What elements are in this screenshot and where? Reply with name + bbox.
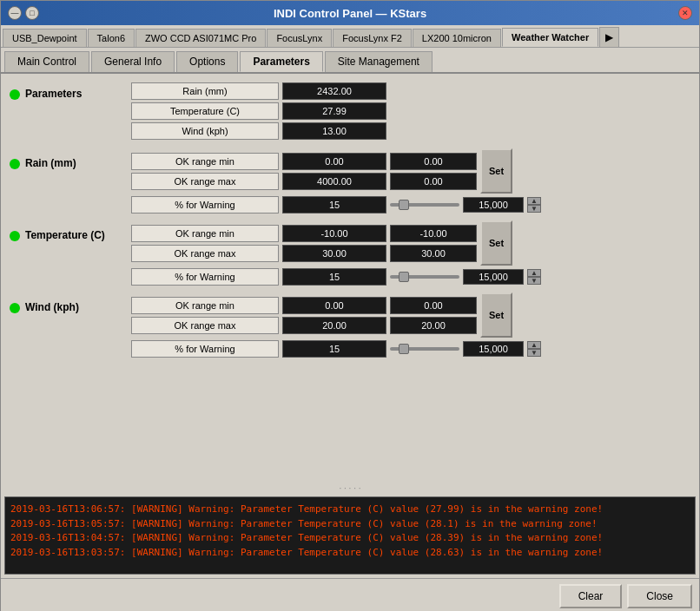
group-temperature: Temperature (C) OK range min -10.00 -10.… xyxy=(10,220,690,286)
temp-spinner-up[interactable]: ▲ xyxy=(527,269,541,277)
label-wind-ok-max: OK range max xyxy=(131,317,279,334)
tab-parameters[interactable]: Parameters xyxy=(240,51,322,72)
wind-spinner-input[interactable]: 15,000 xyxy=(463,341,524,357)
temp-ok-min-val2: -10.00 xyxy=(390,225,477,242)
group-label-parameters: Parameters xyxy=(25,88,82,100)
rain-ok-range-max-row: OK range max 4000.00 0.00 xyxy=(131,173,477,190)
rain-slider-container xyxy=(390,203,459,207)
label-rain-ok-max: OK range max xyxy=(131,173,279,190)
main-content: Parameters Rain (mm) 2432.00 Temperature… xyxy=(1,74,699,482)
param-row-wind: Wind (kph) 13.00 xyxy=(131,122,690,140)
tab-options[interactable]: Options xyxy=(176,51,238,72)
rain-slider-thumb[interactable] xyxy=(399,200,409,210)
temp-slider-thumb[interactable] xyxy=(399,272,409,282)
rain-spinner-arrows: ▲ ▼ xyxy=(527,197,541,213)
rain-ok-min-val2: 0.00 xyxy=(390,153,477,170)
group-rows-rain: OK range min 0.00 0.00 OK range max 4000… xyxy=(131,148,541,214)
log-line-1: 2019-03-16T13:06:57: [WARNING] Warning: … xyxy=(10,503,690,517)
rain-warning-row: % for Warning 15 15,000 ▲ ▼ xyxy=(131,196,541,214)
rain-warning-val: 15 xyxy=(282,196,386,214)
temp-spinner-arrows: ▲ ▼ xyxy=(527,269,541,285)
device-tab-zwo[interactable]: ZWO CCD ASI071MC Pro xyxy=(135,29,266,47)
rain-ok-max-val1: 4000.00 xyxy=(282,173,386,190)
temp-slider[interactable] xyxy=(390,275,459,279)
temp-ok-max-val2: 30.00 xyxy=(390,245,477,262)
temperature-set-button[interactable]: Set xyxy=(480,220,512,266)
close-button[interactable]: Close xyxy=(627,584,692,608)
rain-spinner-input[interactable]: 15,000 xyxy=(463,197,524,213)
rain-spinner-up[interactable]: ▲ xyxy=(527,197,541,205)
label-temperature: Temperature (C) xyxy=(131,102,279,120)
tab-general-info[interactable]: General Info xyxy=(91,51,175,72)
scroll-tabs-button[interactable]: ▶ xyxy=(599,27,619,47)
label-rain-mm: Rain (mm) xyxy=(131,82,279,100)
label-rain-warning: % for Warning xyxy=(131,196,279,214)
rain-set-button[interactable]: Set xyxy=(480,148,512,194)
device-tab-talon6[interactable]: Talon6 xyxy=(88,29,135,47)
wind-set-button[interactable]: Set xyxy=(480,292,512,338)
separator: · · · · · xyxy=(1,483,699,493)
temp-ok-max-val1: 30.00 xyxy=(282,245,386,262)
group-rain-mm: Rain (mm) OK range min 0.00 0.00 OK rang… xyxy=(10,148,690,214)
temp-spinner-down[interactable]: ▼ xyxy=(527,277,541,285)
maximize-button[interactable]: □ xyxy=(25,6,39,20)
group-rows-parameters: Rain (mm) 2432.00 Temperature (C) 27.99 … xyxy=(131,82,690,140)
log-line-3: 2019-03-16T13:04:57: [WARNING] Warning: … xyxy=(10,531,690,546)
group-parameters: Parameters Rain (mm) 2432.00 Temperature… xyxy=(10,82,690,140)
page-tabs-bar: Main Control General Info Options Parame… xyxy=(1,48,699,74)
wind-slider-thumb[interactable] xyxy=(399,344,409,354)
bottom-bar: Clear Close xyxy=(1,578,699,611)
temp-warning-val: 15 xyxy=(282,268,386,286)
window-title: INDI Control Panel — KStars xyxy=(51,7,649,20)
label-temp-ok-max: OK range max xyxy=(131,245,279,262)
close-window-button[interactable]: ✕ xyxy=(678,6,692,20)
title-bar: — □ INDI Control Panel — KStars ✕ xyxy=(1,1,699,25)
rain-slider[interactable] xyxy=(390,203,459,207)
device-tab-lx200[interactable]: LX200 10micron xyxy=(413,29,501,47)
wind-slider[interactable] xyxy=(390,347,459,351)
wind-ok-max-val1: 20.00 xyxy=(282,317,386,334)
temp-ok-range-min-row: OK range min -10.00 -10.00 xyxy=(131,225,477,242)
indicator-parameters xyxy=(10,89,20,100)
device-tab-weather[interactable]: Weather Watcher xyxy=(502,28,598,47)
tab-site-management[interactable]: Site Management xyxy=(325,51,433,72)
rain-ok-max-val2: 0.00 xyxy=(390,173,477,190)
rain-ok-range-min-row: OK range min 0.00 0.00 xyxy=(131,153,477,170)
rain-spinner-down[interactable]: ▼ xyxy=(527,205,541,213)
group-label-rain: Rain (mm) xyxy=(25,157,76,169)
device-tabs-bar: USB_Dewpoint Talon6 ZWO CCD ASI071MC Pro… xyxy=(1,25,699,48)
param-row-temperature: Temperature (C) 27.99 xyxy=(131,102,690,120)
wind-spinner-up[interactable]: ▲ xyxy=(527,341,541,349)
clear-button[interactable]: Clear xyxy=(559,584,623,608)
value-wind: 13.00 xyxy=(282,122,386,140)
value-temperature: 27.99 xyxy=(282,102,386,120)
wind-slider-container xyxy=(390,347,459,351)
wind-ok-range-max-row: OK range max 20.00 20.00 xyxy=(131,317,477,334)
device-tab-usb-dewpoint[interactable]: USB_Dewpoint xyxy=(3,29,87,47)
log-line-4: 2019-03-16T13:03:57: [WARNING] Warning: … xyxy=(10,546,690,561)
temp-spinner-input[interactable]: 15,000 xyxy=(463,269,524,285)
label-rain-ok-min: OK range min xyxy=(131,153,279,170)
label-wind-ok-min: OK range min xyxy=(131,297,279,314)
value-rain-mm: 2432.00 xyxy=(282,82,386,100)
wind-spinner-down[interactable]: ▼ xyxy=(527,349,541,357)
label-wind-warning: % for Warning xyxy=(131,340,279,358)
tab-main-control[interactable]: Main Control xyxy=(4,51,89,72)
group-rows-wind: OK range min 0.00 0.00 OK range max 20.0… xyxy=(131,292,541,358)
label-wind: Wind (kph) xyxy=(131,122,279,140)
device-tab-focuslynx[interactable]: FocusLynx xyxy=(267,29,332,47)
log-line-2: 2019-03-16T13:05:57: [WARNING] Warning: … xyxy=(10,517,690,532)
temp-range-rows: OK range min -10.00 -10.00 OK range max … xyxy=(131,220,541,266)
group-label-wind: Wind (kph) xyxy=(25,301,79,313)
wind-warning-row: % for Warning 15 15,000 ▲ ▼ xyxy=(131,340,541,358)
wind-warning-val: 15 xyxy=(282,340,386,358)
log-area[interactable]: 2019-03-16T13:06:57: [WARNING] Warning: … xyxy=(4,496,696,575)
device-tab-focuslynx2[interactable]: FocusLynx F2 xyxy=(333,29,412,47)
wind-ok-range-min-row: OK range min 0.00 0.00 xyxy=(131,297,477,314)
temp-ok-min-val1: -10.00 xyxy=(282,225,386,242)
main-window: — □ INDI Control Panel — KStars ✕ USB_De… xyxy=(0,0,700,611)
wind-range-rows: OK range min 0.00 0.00 OK range max 20.0… xyxy=(131,292,541,338)
minimize-button[interactable]: — xyxy=(8,6,22,20)
wind-ok-min-val1: 0.00 xyxy=(282,297,386,314)
rain-range-rows: OK range min 0.00 0.00 OK range max 4000… xyxy=(131,148,541,194)
